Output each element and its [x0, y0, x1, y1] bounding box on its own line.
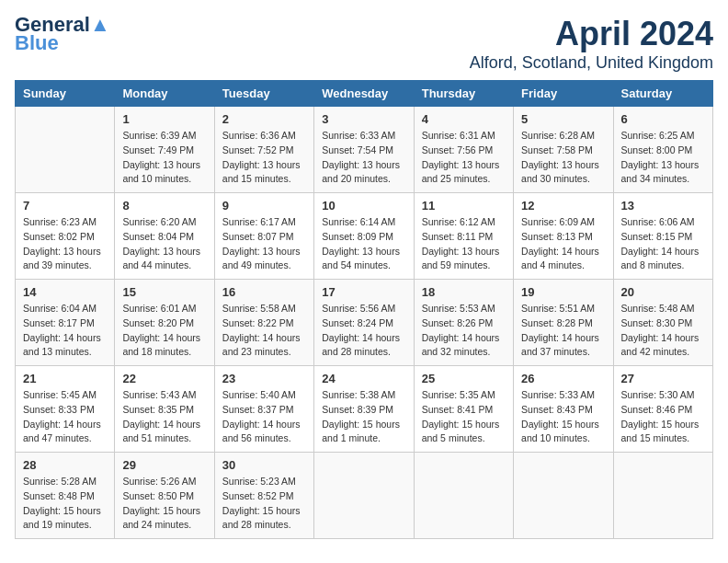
day-info: Sunrise: 5:43 AMSunset: 8:35 PMDaylight:… [122, 388, 206, 446]
day-info: Sunrise: 5:33 AMSunset: 8:43 PMDaylight:… [521, 388, 605, 446]
calendar-week-row: 1Sunrise: 6:39 AMSunset: 7:49 PMDaylight… [16, 107, 713, 193]
weekday-header-monday: Monday [115, 81, 214, 107]
day-info: Sunrise: 6:20 AMSunset: 8:04 PMDaylight:… [122, 215, 206, 273]
day-info: Sunrise: 6:01 AMSunset: 8:20 PMDaylight:… [122, 302, 206, 360]
calendar-cell: 11Sunrise: 6:12 AMSunset: 8:11 PMDayligh… [414, 193, 513, 280]
day-number: 16 [222, 285, 306, 299]
calendar-cell [613, 453, 712, 539]
calendar-week-row: 28Sunrise: 5:28 AMSunset: 8:48 PMDayligh… [16, 453, 713, 539]
day-number: 21 [23, 372, 107, 385]
day-number: 24 [322, 372, 405, 385]
calendar-cell: 25Sunrise: 5:35 AMSunset: 8:41 PMDayligh… [414, 366, 513, 453]
weekday-header-saturday: Saturday [613, 81, 712, 107]
day-info: Sunrise: 6:06 AMSunset: 8:15 PMDaylight:… [621, 215, 705, 273]
day-number: 27 [621, 372, 705, 385]
weekday-header-sunday: Sunday [16, 81, 115, 107]
calendar-cell: 29Sunrise: 5:26 AMSunset: 8:50 PMDayligh… [115, 453, 214, 539]
calendar-cell: 1Sunrise: 6:39 AMSunset: 7:49 PMDaylight… [115, 107, 214, 193]
weekday-header-tuesday: Tuesday [214, 81, 313, 107]
day-number: 10 [322, 199, 405, 213]
calendar-week-row: 21Sunrise: 5:45 AMSunset: 8:33 PMDayligh… [16, 366, 713, 453]
logo: General▲ Blue [15, 15, 110, 55]
calendar-cell: 8Sunrise: 6:20 AMSunset: 8:04 PMDaylight… [115, 193, 214, 280]
weekday-header-wednesday: Wednesday [314, 81, 414, 107]
day-number: 12 [521, 199, 605, 213]
day-number: 5 [521, 112, 605, 126]
day-number: 23 [222, 372, 306, 385]
day-info: Sunrise: 5:30 AMSunset: 8:46 PMDaylight:… [621, 388, 705, 446]
calendar-table: SundayMondayTuesdayWednesdayThursdayFrid… [15, 80, 713, 539]
calendar-cell [16, 107, 115, 193]
calendar-cell: 20Sunrise: 5:48 AMSunset: 8:30 PMDayligh… [613, 280, 712, 366]
day-info: Sunrise: 6:31 AMSunset: 7:56 PMDaylight:… [422, 129, 506, 187]
day-info: Sunrise: 6:17 AMSunset: 8:07 PMDaylight:… [222, 215, 306, 273]
day-info: Sunrise: 6:28 AMSunset: 7:58 PMDaylight:… [521, 129, 605, 187]
calendar-cell [314, 453, 414, 539]
day-number: 28 [23, 458, 107, 472]
calendar-cell [514, 453, 613, 539]
day-info: Sunrise: 5:28 AMSunset: 8:48 PMDaylight:… [23, 475, 107, 533]
day-number: 11 [422, 199, 506, 213]
day-number: 8 [122, 199, 206, 213]
calendar-cell: 19Sunrise: 5:51 AMSunset: 8:28 PMDayligh… [514, 280, 613, 366]
day-info: Sunrise: 6:23 AMSunset: 8:02 PMDaylight:… [23, 215, 107, 273]
calendar-cell: 26Sunrise: 5:33 AMSunset: 8:43 PMDayligh… [514, 366, 613, 453]
day-number: 20 [621, 285, 705, 299]
day-info: Sunrise: 6:36 AMSunset: 7:52 PMDaylight:… [222, 129, 306, 187]
weekday-header-row: SundayMondayTuesdayWednesdayThursdayFrid… [16, 81, 713, 107]
weekday-header-thursday: Thursday [414, 81, 513, 107]
day-info: Sunrise: 5:56 AMSunset: 8:24 PMDaylight:… [322, 302, 405, 360]
calendar-cell: 14Sunrise: 6:04 AMSunset: 8:17 PMDayligh… [16, 280, 115, 366]
calendar-week-row: 7Sunrise: 6:23 AMSunset: 8:02 PMDaylight… [16, 193, 713, 280]
calendar-cell: 27Sunrise: 5:30 AMSunset: 8:46 PMDayligh… [613, 366, 712, 453]
day-number: 22 [122, 372, 206, 385]
day-number: 17 [322, 285, 405, 299]
day-number: 7 [23, 199, 107, 213]
header: General▲ Blue April 2024 Alford, Scotlan… [15, 15, 713, 73]
calendar-cell: 18Sunrise: 5:53 AMSunset: 8:26 PMDayligh… [414, 280, 513, 366]
day-number: 15 [122, 285, 206, 299]
day-number: 9 [222, 199, 306, 213]
day-info: Sunrise: 5:48 AMSunset: 8:30 PMDaylight:… [621, 302, 705, 360]
calendar-cell: 30Sunrise: 5:23 AMSunset: 8:52 PMDayligh… [214, 453, 313, 539]
day-number: 26 [521, 372, 605, 385]
day-number: 13 [621, 199, 705, 213]
weekday-header-friday: Friday [514, 81, 613, 107]
calendar-cell: 7Sunrise: 6:23 AMSunset: 8:02 PMDaylight… [16, 193, 115, 280]
day-info: Sunrise: 5:23 AMSunset: 8:52 PMDaylight:… [222, 475, 306, 533]
calendar-cell: 15Sunrise: 6:01 AMSunset: 8:20 PMDayligh… [115, 280, 214, 366]
day-number: 25 [422, 372, 506, 385]
day-number: 18 [422, 285, 506, 299]
day-info: Sunrise: 5:38 AMSunset: 8:39 PMDaylight:… [322, 388, 405, 446]
calendar-cell: 16Sunrise: 5:58 AMSunset: 8:22 PMDayligh… [214, 280, 313, 366]
day-number: 3 [322, 112, 405, 126]
calendar-cell: 23Sunrise: 5:40 AMSunset: 8:37 PMDayligh… [214, 366, 313, 453]
calendar-cell [414, 453, 513, 539]
day-info: Sunrise: 6:04 AMSunset: 8:17 PMDaylight:… [23, 302, 107, 360]
calendar-cell: 6Sunrise: 6:25 AMSunset: 8:00 PMDaylight… [613, 107, 712, 193]
calendar-cell: 5Sunrise: 6:28 AMSunset: 7:58 PMDaylight… [514, 107, 613, 193]
calendar-cell: 2Sunrise: 6:36 AMSunset: 7:52 PMDaylight… [214, 107, 313, 193]
day-info: Sunrise: 5:58 AMSunset: 8:22 PMDaylight:… [222, 302, 306, 360]
day-info: Sunrise: 6:39 AMSunset: 7:49 PMDaylight:… [122, 129, 206, 187]
day-info: Sunrise: 5:26 AMSunset: 8:50 PMDaylight:… [122, 475, 206, 533]
day-number: 1 [122, 112, 206, 126]
day-info: Sunrise: 5:53 AMSunset: 8:26 PMDaylight:… [422, 302, 506, 360]
calendar-cell: 21Sunrise: 5:45 AMSunset: 8:33 PMDayligh… [16, 366, 115, 453]
calendar-cell: 17Sunrise: 5:56 AMSunset: 8:24 PMDayligh… [314, 280, 414, 366]
day-number: 6 [621, 112, 705, 126]
month-title: April 2024 [470, 15, 713, 53]
day-info: Sunrise: 6:12 AMSunset: 8:11 PMDaylight:… [422, 215, 506, 273]
calendar-cell: 10Sunrise: 6:14 AMSunset: 8:09 PMDayligh… [314, 193, 414, 280]
day-info: Sunrise: 6:25 AMSunset: 8:00 PMDaylight:… [621, 129, 705, 187]
day-info: Sunrise: 6:14 AMSunset: 8:09 PMDaylight:… [322, 215, 405, 273]
calendar-cell: 4Sunrise: 6:31 AMSunset: 7:56 PMDaylight… [414, 107, 513, 193]
calendar-cell: 28Sunrise: 5:28 AMSunset: 8:48 PMDayligh… [16, 453, 115, 539]
title-area: April 2024 Alford, Scotland, United King… [470, 15, 713, 73]
calendar-cell: 12Sunrise: 6:09 AMSunset: 8:13 PMDayligh… [514, 193, 613, 280]
calendar-cell: 3Sunrise: 6:33 AMSunset: 7:54 PMDaylight… [314, 107, 414, 193]
day-info: Sunrise: 6:09 AMSunset: 8:13 PMDaylight:… [521, 215, 605, 273]
day-number: 4 [422, 112, 506, 126]
day-info: Sunrise: 5:35 AMSunset: 8:41 PMDaylight:… [422, 388, 506, 446]
logo-blue: Blue [15, 31, 59, 55]
